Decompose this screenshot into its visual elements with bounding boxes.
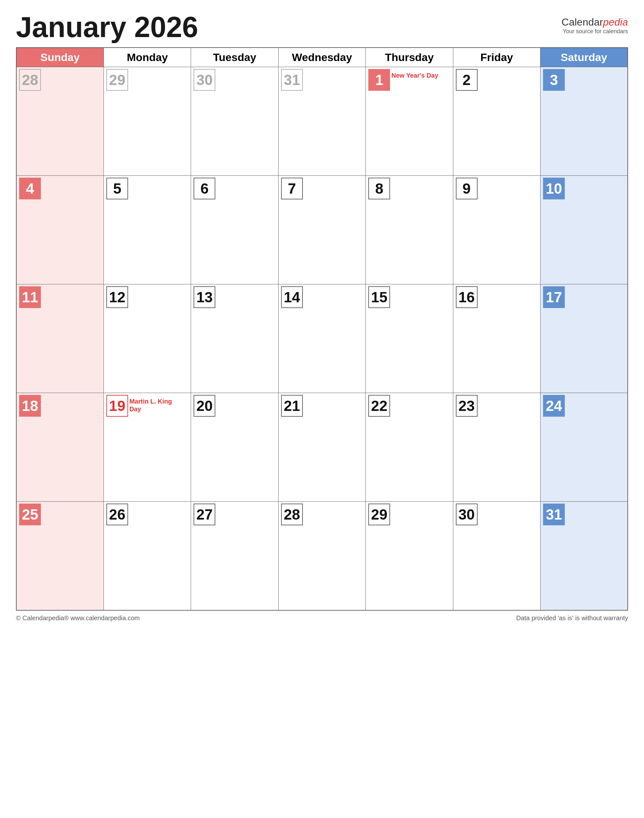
day-number: 31 [281, 69, 303, 91]
day-cell[interactable]: 9 [453, 176, 540, 284]
day-cell[interactable]: 31 [278, 67, 365, 176]
day-cell[interactable]: 7 [278, 176, 365, 284]
week-row-1: 282930311New Year's Day23 [16, 67, 628, 176]
saturday-header: Saturday [541, 48, 628, 67]
day-number: 18 [19, 395, 41, 417]
day-number: 1 [368, 69, 390, 91]
day-cell[interactable]: 23 [453, 393, 540, 502]
day-number: 28 [281, 503, 303, 525]
day-cell[interactable]: 28 [16, 67, 103, 176]
brand-pedia: pedia [603, 16, 628, 28]
day-number: 15 [368, 286, 390, 308]
brand-sub: Your source for calendars [561, 28, 628, 35]
tuesday-header: Tuesday [191, 48, 278, 67]
brand-name: Calendarpedia [561, 16, 628, 28]
day-number: 29 [368, 503, 390, 525]
day-number: 9 [456, 178, 478, 200]
day-cell[interactable]: 3 [541, 67, 628, 176]
day-cell[interactable]: 30 [453, 502, 540, 610]
week-row-2: 45678910 [16, 176, 628, 284]
day-cell[interactable]: 29 [103, 67, 191, 176]
calendar-table: Sunday Monday Tuesday Wednesday Thursday… [16, 47, 628, 611]
day-cell[interactable]: 31 [541, 502, 628, 610]
day-number: 6 [193, 178, 215, 200]
day-cell[interactable]: 21 [278, 393, 365, 502]
day-number: 28 [19, 69, 41, 91]
sunday-header: Sunday [16, 48, 103, 67]
day-number: 24 [543, 395, 565, 417]
page-header: January 2026 Calendarpedia Your source f… [16, 13, 628, 41]
day-cell[interactable]: 26 [103, 502, 191, 610]
footer-left: © Calendarpedia® www.calendarpedia.com [16, 614, 140, 622]
holiday-label: New Year's Day [391, 72, 438, 79]
day-number: 19 [106, 395, 128, 417]
day-number: 2 [456, 69, 478, 91]
day-cell[interactable]: 4 [16, 176, 103, 284]
day-cell[interactable]: 17 [541, 284, 628, 393]
day-number: 5 [106, 178, 128, 200]
day-number: 27 [193, 503, 215, 525]
day-number: 12 [106, 286, 128, 308]
day-cell[interactable]: 5 [103, 176, 191, 284]
day-cell[interactable]: 28 [278, 502, 365, 610]
day-number: 21 [281, 395, 303, 417]
day-cell[interactable]: 12 [103, 284, 191, 393]
day-cell[interactable]: 16 [453, 284, 540, 393]
week-row-3: 11121314151617 [16, 284, 628, 393]
day-number: 7 [281, 178, 303, 200]
day-number: 11 [19, 286, 41, 308]
day-number: 20 [193, 395, 215, 417]
day-number: 30 [456, 503, 478, 525]
day-cell[interactable]: 6 [191, 176, 278, 284]
day-number: 30 [193, 69, 215, 91]
day-cell[interactable]: 19Martin L. King Day [103, 393, 191, 502]
day-number: 29 [106, 69, 128, 91]
day-cell[interactable]: 20 [191, 393, 278, 502]
day-cell[interactable]: 2 [453, 67, 540, 176]
day-number: 23 [456, 395, 478, 417]
day-cell[interactable]: 10 [541, 176, 628, 284]
day-number: 25 [19, 503, 41, 525]
day-number: 26 [106, 503, 128, 525]
holiday-label: Martin L. King Day [129, 397, 181, 413]
friday-header: Friday [453, 48, 540, 67]
day-cell[interactable]: 8 [366, 176, 453, 284]
day-number: 14 [281, 286, 303, 308]
day-number: 13 [193, 286, 215, 308]
wednesday-header: Wednesday [278, 48, 365, 67]
day-cell[interactable]: 22 [366, 393, 453, 502]
header-row: Sunday Monday Tuesday Wednesday Thursday… [16, 48, 628, 67]
day-cell[interactable]: 11 [16, 284, 103, 393]
day-cell[interactable]: 1New Year's Day [366, 67, 453, 176]
monday-header: Monday [103, 48, 191, 67]
thursday-header: Thursday [366, 48, 453, 67]
day-cell[interactable]: 27 [191, 502, 278, 610]
calendar-body: 282930311New Year's Day23456789101112131… [16, 67, 628, 610]
day-number: 10 [543, 178, 565, 200]
day-cell[interactable]: 29 [366, 502, 453, 610]
week-row-4: 1819Martin L. King Day2021222324 [16, 393, 628, 502]
day-cell[interactable]: 13 [191, 284, 278, 393]
day-number: 3 [543, 69, 565, 91]
day-number: 4 [19, 178, 41, 200]
day-cell[interactable]: 14 [278, 284, 365, 393]
day-cell[interactable]: 25 [16, 502, 103, 610]
brand-box: Calendarpedia Your source for calendars [561, 13, 628, 35]
month-title: January 2026 [16, 13, 198, 41]
day-cell[interactable]: 24 [541, 393, 628, 502]
day-cell[interactable]: 30 [191, 67, 278, 176]
footer: © Calendarpedia® www.calendarpedia.com D… [16, 614, 628, 622]
footer-right: Data provided 'as is' is without warrant… [516, 614, 628, 622]
day-number: 31 [543, 503, 565, 525]
day-cell[interactable]: 15 [366, 284, 453, 393]
day-number: 17 [543, 286, 565, 308]
week-row-5: 25262728293031 [16, 502, 628, 610]
day-number: 16 [456, 286, 478, 308]
day-cell[interactable]: 18 [16, 393, 103, 502]
day-number: 8 [368, 178, 390, 200]
day-number: 22 [368, 395, 390, 417]
